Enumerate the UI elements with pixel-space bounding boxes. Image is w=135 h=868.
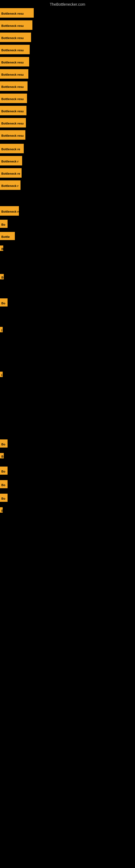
bar-item-6: Bottleneck resu [0, 82, 28, 91]
bar-label-27: Bo [0, 494, 8, 502]
bar-item-7: Bottleneck resu [0, 94, 27, 103]
bar-item-1: Bottleneck resu [0, 20, 32, 30]
bar-item-26: Bo [0, 480, 8, 488]
bar-label-10: Bottleneck resu [0, 130, 26, 140]
bar-item-13: Bottleneck re [0, 168, 21, 178]
bar-item-5: Bottleneck resu [0, 69, 28, 79]
bar-label-21: I [0, 327, 3, 332]
bar-label-16: Bo [0, 220, 8, 228]
bar-label-8: Bottleneck resu [0, 106, 27, 115]
bar-item-24: B [0, 453, 4, 458]
bar-item-11: Bottleneck re [0, 144, 24, 153]
bar-item-12: Bottleneck r [0, 156, 22, 165]
bar-item-19: B [0, 274, 4, 279]
bar-label-4: Bottleneck resu [0, 57, 29, 66]
bar-item-8: Bottleneck resu [0, 106, 27, 115]
bar-label-5: Bottleneck resu [0, 69, 28, 79]
bar-label-28: B [0, 507, 3, 513]
bar-label-24: B [0, 453, 4, 458]
bar-label-7: Bottleneck resu [0, 94, 27, 103]
bar-item-15: Bottleneck res [0, 206, 19, 216]
bar-label-15: Bottleneck res [0, 206, 19, 216]
bar-label-12: Bottleneck r [0, 156, 22, 165]
bar-item-14: Bottleneck r [0, 180, 20, 190]
bar-label-1: Bottleneck resu [0, 20, 32, 30]
bar-item-10: Bottleneck resu [0, 130, 26, 140]
bar-item-4: Bottleneck resu [0, 57, 29, 66]
bar-item-27: Bo [0, 494, 8, 502]
bar-item-0: Bottleneck resu [0, 8, 34, 18]
bar-item-28: B [0, 507, 3, 513]
bar-item-23: Bo [0, 439, 8, 447]
bar-item-22: I [0, 372, 3, 377]
bar-label-20: Bo [0, 299, 8, 307]
bar-label-9: Bottleneck resu [0, 118, 26, 127]
bar-label-0: Bottleneck resu [0, 8, 34, 18]
bar-label-6: Bottleneck resu [0, 82, 28, 91]
bar-item-17: Bottle [0, 232, 15, 240]
bar-label-23: Bo [0, 439, 8, 447]
bar-label-2: Bottleneck resu [0, 33, 31, 42]
bar-label-11: Bottleneck re [0, 144, 24, 153]
bar-item-18: B [0, 246, 3, 251]
bar-label-22: I [0, 372, 3, 377]
bar-label-19: B [0, 274, 4, 279]
bar-label-13: Bottleneck re [0, 168, 21, 178]
bar-item-20: Bo [0, 299, 8, 307]
bar-label-3: Bottleneck resu [0, 45, 30, 54]
bar-item-9: Bottleneck resu [0, 118, 26, 127]
bar-item-2: Bottleneck resu [0, 33, 31, 42]
bar-item-3: Bottleneck resu [0, 45, 30, 54]
bar-label-25: Bo [0, 467, 8, 475]
bar-label-26: Bo [0, 480, 8, 488]
bar-label-18: B [0, 246, 3, 251]
bar-item-16: Bo [0, 220, 8, 228]
bar-item-21: I [0, 327, 3, 332]
bar-label-14: Bottleneck r [0, 180, 20, 190]
site-title: TheBottlenecker.com [0, 0, 135, 9]
bar-label-17: Bottle [0, 232, 15, 240]
bar-item-25: Bo [0, 467, 8, 475]
